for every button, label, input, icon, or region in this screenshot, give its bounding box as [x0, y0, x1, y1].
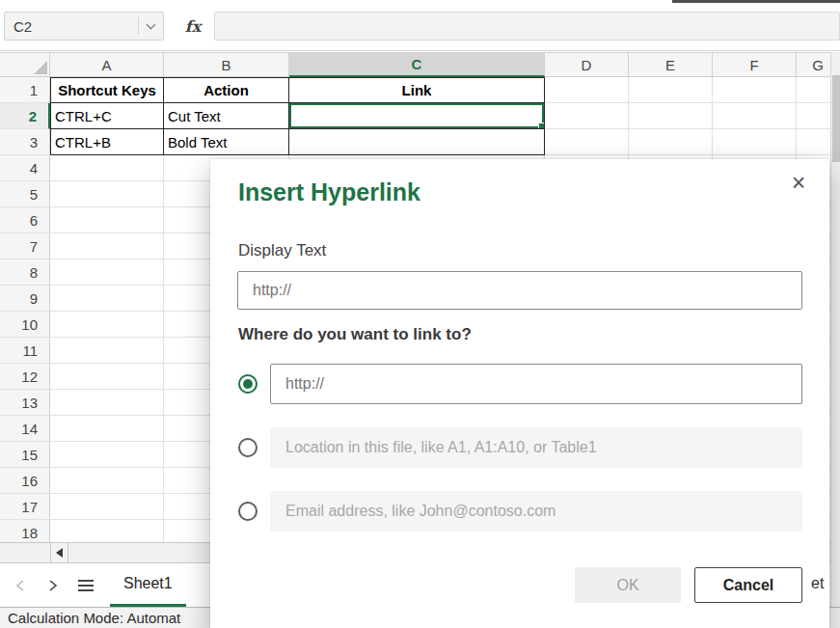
formula-input[interactable] — [214, 12, 840, 41]
select-all-corner[interactable] — [0, 52, 50, 77]
chevron-down-icon[interactable] — [147, 20, 156, 30]
cell-F2[interactable] — [713, 103, 797, 129]
cell-A13[interactable] — [50, 390, 164, 416]
cancel-button[interactable]: Cancel — [694, 567, 802, 603]
row-header-14[interactable]: 14 — [0, 416, 50, 442]
previous-sheet-button[interactable] — [4, 563, 37, 607]
row-header-2[interactable]: 2 — [0, 103, 50, 129]
row-header-5[interactable]: 5 — [0, 181, 50, 207]
url-input[interactable] — [270, 364, 802, 404]
cell-C3[interactable] — [289, 129, 545, 155]
row-header-6[interactable]: 6 — [0, 207, 50, 233]
radio-dot — [243, 379, 253, 389]
cell-G3[interactable] — [797, 129, 830, 155]
next-sheet-button[interactable] — [37, 563, 69, 607]
hamburger-icon — [78, 580, 94, 591]
cell-A10[interactable] — [50, 312, 164, 338]
cell-C1[interactable]: Link — [289, 77, 545, 103]
location-radio-button[interactable] — [238, 438, 257, 457]
cell-E1[interactable] — [629, 77, 713, 103]
window-edge-artifact — [672, 0, 840, 3]
occluded-sheet-text: et — [811, 575, 824, 592]
cell-A17[interactable] — [50, 494, 164, 520]
cell-D3[interactable] — [545, 129, 629, 155]
row-header-10[interactable]: 10 — [0, 312, 50, 338]
link-destination-question: Where do you want to link to? — [238, 325, 472, 344]
display-text-input[interactable] — [237, 271, 802, 310]
cell-A18[interactable] — [50, 520, 164, 542]
column-header-D[interactable]: D — [545, 52, 629, 77]
cell-F3[interactable] — [713, 129, 797, 155]
cell-C2[interactable] — [289, 103, 545, 129]
cell-D1[interactable] — [545, 77, 629, 103]
name-box[interactable]: C2 — [4, 12, 164, 41]
cell-A3[interactable]: CTRL+B — [50, 129, 164, 155]
cell-A11[interactable] — [50, 338, 164, 364]
location-input[interactable] — [270, 427, 802, 468]
column-header-E[interactable]: E — [629, 52, 713, 77]
row-header-15[interactable]: 15 — [0, 442, 50, 468]
email-radio-button[interactable] — [238, 502, 257, 521]
column-header-B[interactable]: B — [164, 52, 289, 77]
cell-B3[interactable]: Bold Text — [164, 129, 289, 155]
close-icon[interactable]: × — [783, 167, 814, 198]
column-header-G[interactable]: G — [797, 52, 830, 77]
row-header-1[interactable]: 1 — [0, 77, 50, 103]
cell-A4[interactable] — [50, 155, 164, 181]
cell-A2[interactable]: CTRL+C — [50, 103, 164, 129]
select-all-triangle-icon — [34, 61, 47, 74]
row-header-8[interactable]: 8 — [0, 259, 50, 286]
sheet-tab-label: Sheet1 — [123, 575, 173, 592]
email-input[interactable] — [270, 491, 802, 532]
cell-G1[interactable] — [797, 77, 830, 103]
cell-A6[interactable] — [50, 207, 164, 233]
row-header-11[interactable]: 11 — [0, 338, 50, 364]
cell-A15[interactable] — [50, 442, 164, 468]
row-header-4[interactable]: 4 — [0, 155, 50, 181]
cell-E2[interactable] — [629, 103, 713, 129]
row-header-9[interactable]: 9 — [0, 286, 50, 312]
row-header-17[interactable]: 17 — [0, 494, 50, 520]
row-header-16[interactable]: 16 — [0, 468, 50, 494]
excel-app: C2 fx ABCDEFG1Shortcut KeysActionLink2CT… — [0, 0, 840, 628]
insert-function-button[interactable]: fx — [176, 12, 210, 41]
cell-A9[interactable] — [50, 286, 164, 312]
vertical-scrollbar-thumb[interactable] — [832, 75, 840, 162]
cell-A16[interactable] — [50, 468, 164, 494]
cell-B1[interactable]: Action — [164, 77, 289, 103]
cell-A1[interactable]: Shortcut Keys — [50, 77, 164, 103]
cell-G2[interactable] — [797, 103, 830, 129]
vertical-scrollbar[interactable] — [830, 52, 840, 607]
url-radio-button[interactable] — [238, 374, 257, 394]
row-header-13[interactable]: 13 — [0, 390, 50, 416]
fill-handle[interactable] — [538, 123, 544, 128]
cell-A8[interactable] — [50, 259, 164, 286]
cell-D2[interactable] — [545, 103, 629, 129]
name-box-value: C2 — [14, 18, 32, 35]
cell-A7[interactable] — [50, 233, 164, 259]
fx-icon: fx — [185, 17, 201, 36]
all-sheets-menu-button[interactable] — [69, 563, 102, 607]
column-header-A[interactable]: A — [50, 52, 164, 77]
calculation-mode-text: Calculation Mode: Automat — [8, 610, 180, 626]
sheet-tab-sheet1[interactable]: Sheet1 — [110, 563, 186, 607]
cell-A14[interactable] — [50, 416, 164, 442]
ok-button[interactable]: OK — [575, 567, 681, 603]
cell-E3[interactable] — [629, 129, 713, 155]
column-header-F[interactable]: F — [713, 52, 797, 77]
display-text-label: Display Text — [238, 241, 326, 260]
insert-hyperlink-dialog: Insert Hyperlink × Display Text Where do… — [210, 159, 829, 628]
link-option-url — [238, 364, 802, 404]
cell-B2[interactable]: Cut Text — [164, 103, 289, 129]
scroll-left-button[interactable] — [50, 543, 68, 562]
row-header-18[interactable]: 18 — [0, 520, 50, 542]
cell-F1[interactable] — [713, 77, 797, 103]
row-header-3[interactable]: 3 — [0, 129, 50, 155]
column-header-C[interactable]: C — [289, 52, 545, 77]
chevron-left-icon — [15, 579, 25, 592]
dialog-title: Insert Hyperlink — [238, 178, 420, 206]
row-header-7[interactable]: 7 — [0, 233, 50, 259]
row-header-12[interactable]: 12 — [0, 364, 50, 390]
cell-A12[interactable] — [50, 364, 164, 390]
cell-A5[interactable] — [50, 181, 164, 207]
